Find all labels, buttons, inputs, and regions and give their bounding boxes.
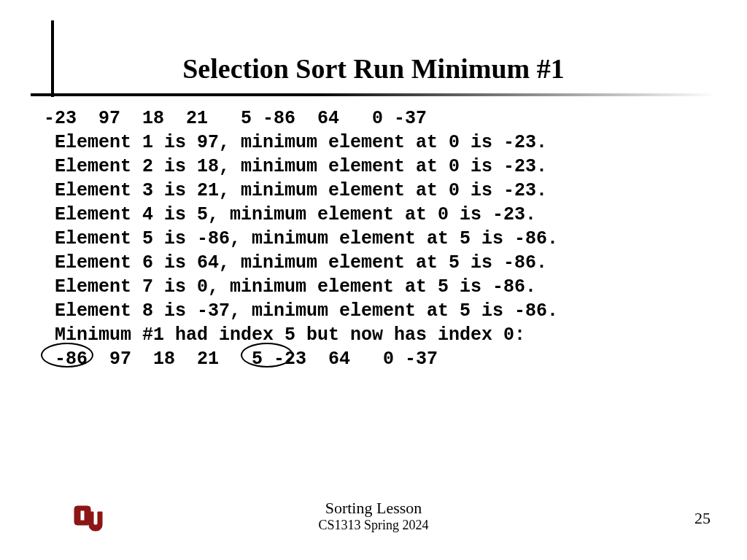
decoration-horizontal-line: [31, 93, 716, 96]
footer-center: Sorting Lesson CS1313 Spring 2024: [0, 499, 747, 534]
footer-course: CS1313 Spring 2024: [0, 518, 747, 534]
slide: Selection Sort Run Minimum #1 -23 97 18 …: [0, 0, 747, 560]
circle-annotation-swapped-2: [241, 343, 293, 368]
code-output-block: -23 97 18 21 5 -86 64 0 -37 Element 1 is…: [44, 106, 558, 371]
page-number: 25: [694, 509, 711, 528]
footer-lesson-title: Sorting Lesson: [0, 499, 747, 518]
circle-annotation-swapped-1: [41, 343, 93, 368]
slide-title: Selection Sort Run Minimum #1: [0, 52, 747, 85]
